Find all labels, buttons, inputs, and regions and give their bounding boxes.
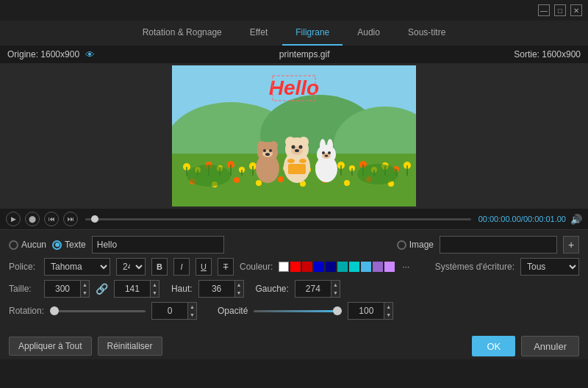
swatch-cyan[interactable] [349, 262, 359, 272]
watermark-text-input[interactable] [92, 236, 224, 254]
haut-input[interactable] [198, 280, 235, 298]
gauche-spinners: ▲ ▼ [331, 280, 340, 298]
italic-button[interactable]: I [173, 258, 190, 276]
opacite-down[interactable]: ▼ [384, 311, 392, 319]
swatch-purple[interactable] [373, 262, 383, 272]
tab-rotation[interactable]: Rotation & Rognage [129, 21, 235, 46]
systems-label: Systèmes d'écriture: [435, 262, 514, 272]
playback-time: 00:00:00.00/00:00:01.00 [478, 215, 566, 223]
ok-button[interactable]: OK [472, 336, 515, 356]
swatch-lpurple[interactable] [384, 262, 395, 272]
rotation-down[interactable]: ▼ [188, 311, 196, 319]
radio-texte[interactable]: Texte [52, 240, 86, 250]
underline-button[interactable]: U [196, 258, 212, 276]
font-select[interactable]: Tahoma [44, 258, 110, 276]
tab-audio[interactable]: Audio [344, 21, 393, 46]
svg-point-74 [287, 159, 295, 163]
taille-h-spinners: ▲ ▼ [151, 280, 159, 298]
taille-w-spinners: ▲ ▼ [81, 280, 90, 298]
more-colors-button[interactable]: ··· [402, 262, 409, 272]
svg-point-54 [344, 180, 350, 186]
radio-image[interactable]: Image [397, 240, 434, 250]
taille-w-up[interactable]: ▲ [81, 281, 89, 289]
stop-button[interactable]: ⬤ [25, 212, 40, 226]
gauche-up[interactable]: ▲ [331, 281, 340, 289]
add-image-button[interactable]: + [563, 236, 579, 254]
opacite-up[interactable]: ▲ [384, 303, 392, 311]
rotation-input[interactable] [151, 302, 188, 320]
tab-effet[interactable]: Effet [237, 21, 281, 46]
tab-soustitre[interactable]: Sous-titre [395, 21, 459, 46]
annuler-button[interactable]: Annuler [521, 336, 579, 356]
opacite-label: Opacité [218, 306, 248, 316]
bold-button[interactable]: B [151, 258, 168, 276]
swatch-blue[interactable] [314, 262, 324, 272]
eye-icon[interactable]: 👁 [85, 49, 95, 60]
tab-bar: Rotation & Rognage Effet Filigrane Audio… [0, 21, 588, 46]
minimize-button[interactable]: — [538, 4, 550, 16]
svg-point-51 [278, 176, 284, 182]
taille-h-down[interactable]: ▼ [151, 289, 159, 297]
svg-point-64 [265, 153, 270, 156]
swatch-darkred[interactable] [302, 262, 312, 272]
link-icon[interactable]: 🔗 [96, 283, 108, 295]
progress-bar[interactable] [85, 218, 471, 220]
radio-aucun-circle [9, 240, 18, 250]
gauche-input[interactable] [295, 280, 331, 298]
color-swatches [279, 262, 395, 272]
haut-label: Haut: [171, 284, 193, 294]
svg-point-78 [320, 139, 326, 152]
opacity-slider[interactable] [254, 310, 342, 312]
opacity-slider-container [254, 310, 342, 312]
svg-text:Hello: Hello [269, 76, 319, 99]
maximize-button[interactable]: □ [554, 4, 566, 16]
swatch-teal[interactable] [337, 262, 348, 272]
swatch-darkblue[interactable] [326, 262, 336, 272]
taille-h-input[interactable] [114, 280, 151, 298]
strikethrough-button[interactable]: T [218, 258, 234, 276]
tab-filigrane[interactable]: Filigrane [282, 21, 343, 46]
radio-aucun[interactable]: Aucun [9, 240, 46, 250]
svg-point-50 [256, 180, 262, 186]
taille-w-input[interactable] [44, 280, 81, 298]
haut-group: ▲ ▼ [198, 280, 244, 298]
preview-container: Hello [0, 63, 588, 209]
prev-button[interactable]: ⏮ [44, 212, 59, 226]
gauche-down[interactable]: ▼ [331, 289, 340, 297]
watermark-type-row: Aucun Texte Image + [9, 236, 579, 254]
systems-select[interactable]: Tous [520, 258, 579, 276]
rotation-val-group: ▲ ▼ [151, 302, 197, 320]
swatch-lblue[interactable] [361, 262, 371, 272]
taille-h-up[interactable]: ▲ [151, 281, 159, 289]
opacite-val-group: ▲ ▼ [348, 302, 393, 320]
haut-down[interactable]: ▼ [235, 289, 243, 297]
svg-point-75 [299, 159, 306, 163]
svg-point-49 [234, 177, 240, 183]
svg-point-63 [269, 149, 272, 152]
origin-label: Origine: 1600x900 [7, 49, 79, 60]
rotation-slider-container [50, 310, 146, 312]
police-label: Police: [9, 262, 38, 272]
play-button[interactable]: ▶ [6, 212, 21, 226]
taille-w-down[interactable]: ▼ [81, 289, 89, 297]
close-button[interactable]: ✕ [570, 4, 582, 16]
rotation-row: Rotation: ▲ ▼ Opacité ▲ ▼ [9, 302, 579, 320]
image-path-input[interactable] [440, 236, 557, 254]
svg-point-83 [325, 155, 329, 157]
taille-label: Taille: [9, 284, 38, 294]
opacite-input[interactable] [348, 302, 384, 320]
haut-up[interactable]: ▲ [235, 281, 243, 289]
opacite-spinners: ▲ ▼ [384, 302, 393, 320]
rotation-slider[interactable] [50, 310, 146, 312]
font-size-select[interactable]: 24 [116, 258, 146, 276]
rotation-up[interactable]: ▲ [188, 303, 196, 311]
swatch-red[interactable] [290, 262, 301, 272]
next-button[interactable]: ⏭ [63, 212, 78, 226]
svg-point-79 [327, 139, 333, 152]
volume-icon[interactable]: 🔊 [570, 214, 582, 225]
reinitialiser-button[interactable]: Réinitialiser [98, 337, 162, 356]
swatch-white[interactable] [279, 262, 289, 272]
appliquer-button[interactable]: Appliquer à Tout [9, 337, 92, 356]
size-row: Taille: ▲ ▼ 🔗 ▲ ▼ Haut: ▲ ▼ Gauche: [9, 280, 579, 298]
filename-label: printemps.gif [279, 49, 330, 60]
